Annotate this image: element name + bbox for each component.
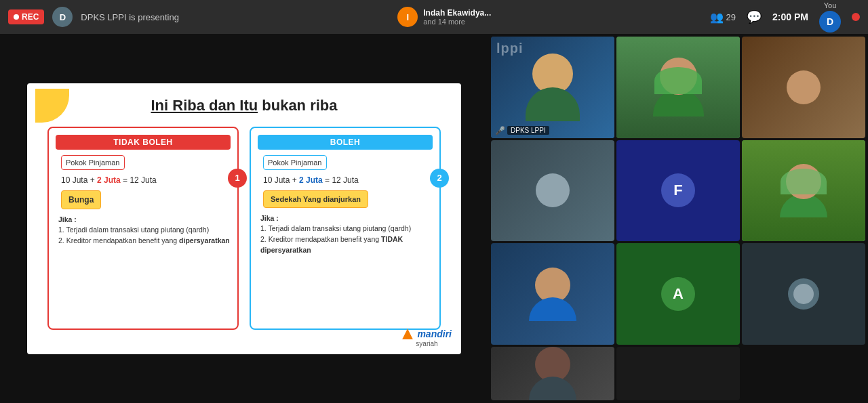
slide-area: Ini Riba dan Itu bukan riba TIDAK BOLEH … [0, 34, 488, 403]
participants-icon: 👥 [710, 11, 724, 24]
presenter-label-row: 🎤 DPKS LPPI [495, 126, 549, 135]
participants-count: 29 [726, 12, 736, 22]
host-more: and 14 more [423, 18, 491, 26]
rec-dot [14, 14, 19, 20]
main-content: Ini Riba dan Itu bukan riba TIDAK BOLEH … [0, 34, 868, 403]
participants-button[interactable]: 👥 29 [710, 11, 736, 24]
badge-1: 1 [228, 169, 247, 188]
pokok-box-2: Pokok Pinjaman [263, 155, 327, 170]
jika-text-1: Jika : 1. Terjadi dalam transaksi utang … [56, 215, 231, 247]
mic-on-icon: 🎤 [495, 126, 505, 135]
video-grid: lppi 🎤 DPKS LPPI [488, 34, 868, 403]
video-cell-F: F [616, 140, 740, 242]
p4-face [536, 173, 570, 207]
col-tidak-header: TIDAK BOLEH [56, 135, 231, 150]
you-section: You D [819, 1, 841, 33]
p9-avatar [788, 278, 819, 310]
video-cell-presenter: lppi 🎤 DPKS LPPI [491, 37, 614, 138]
slide-container: Ini Riba dan Itu bukan riba TIDAK BOLEH … [27, 83, 461, 354]
video-cell-host [616, 37, 740, 138]
user-avatar: D [819, 11, 841, 33]
rec-label: REC [22, 12, 39, 22]
A-avatar: A [661, 277, 695, 311]
pokok-box-1: Pokok Pinjaman [61, 155, 125, 170]
video-cell-p9 [742, 243, 865, 345]
video-cell-p7 [491, 243, 614, 345]
p6-hijab [781, 169, 827, 194]
rec-badge: REC [8, 9, 44, 24]
video-cell-p3 [742, 37, 865, 138]
slide-yellow-shape [35, 89, 69, 123]
bunga-box: Bunga [61, 190, 101, 209]
presenter-avatar: D [52, 7, 73, 27]
p3-face [787, 70, 821, 104]
video-cell-empty [616, 347, 740, 400]
p7-body [529, 297, 576, 321]
sedekah-box: Sedekah Yang dianjurkan [263, 190, 368, 208]
host-hijab [654, 67, 702, 94]
slide-title: Ini Riba dan Itu bukan riba [47, 97, 441, 114]
logo-text: mandiri [417, 328, 452, 339]
you-label: You [824, 1, 837, 9]
syariah-text: syariah [402, 340, 452, 347]
formula-1: 10 Juta + 2 Juta = 12 Juta [56, 175, 231, 185]
lppi-watermark: lppi [496, 41, 524, 56]
topbar: REC D DPKS LPPI is presenting I Indah Ek… [0, 0, 868, 34]
slide-columns: TIDAK BOLEH Pokok Pinjaman 10 Juta + 2 J… [47, 127, 441, 330]
video-cell-p10 [491, 347, 614, 400]
slide-title-normal: bukan riba [258, 97, 337, 114]
host-info: Indah Ekawidya... and 14 more [423, 8, 491, 26]
formula-2: 10 Juta + 2 Juta = 12 Juta [258, 175, 433, 185]
slide-title-underline: Ini Riba dan Itu [151, 97, 258, 114]
host-avatar: I [397, 7, 418, 27]
topbar-right: 👥 29 💬 2:00 PM You D [710, 1, 860, 33]
col-tidak-boleh: TIDAK BOLEH Pokok Pinjaman 10 Juta + 2 J… [47, 127, 239, 330]
mandiri-logo: mandiri syariah [402, 328, 452, 347]
presenter-body [526, 87, 580, 121]
meeting-time: 2:00 PM [772, 12, 808, 22]
col-boleh: BOLEH Pokok Pinjaman 10 Juta + 2 Juta = … [250, 127, 441, 330]
host-info-section: I Indah Ekawidya... and 14 more [397, 7, 491, 27]
chat-icon[interactable]: 💬 [747, 9, 762, 24]
video-cell-p4 [491, 140, 614, 242]
record-indicator [852, 13, 860, 21]
jika-text-2: Jika : 1. Terjadi dalam transaksi utang … [258, 213, 433, 256]
col-boleh-header: BOLEH [258, 135, 433, 150]
p9-face-inner [793, 284, 814, 304]
mandiri-icon [402, 328, 413, 339]
badge-2: 2 [430, 169, 449, 188]
video-cell-p6 [742, 140, 865, 242]
video-cell-A: A [616, 243, 740, 345]
presenter-text: DPKS LPPI is presenting [81, 12, 179, 22]
p10-body [529, 377, 576, 400]
presenter-video-label: DPKS LPPI [507, 126, 549, 135]
F-avatar: F [661, 173, 695, 207]
host-name: Indah Ekawidya... [423, 8, 491, 18]
